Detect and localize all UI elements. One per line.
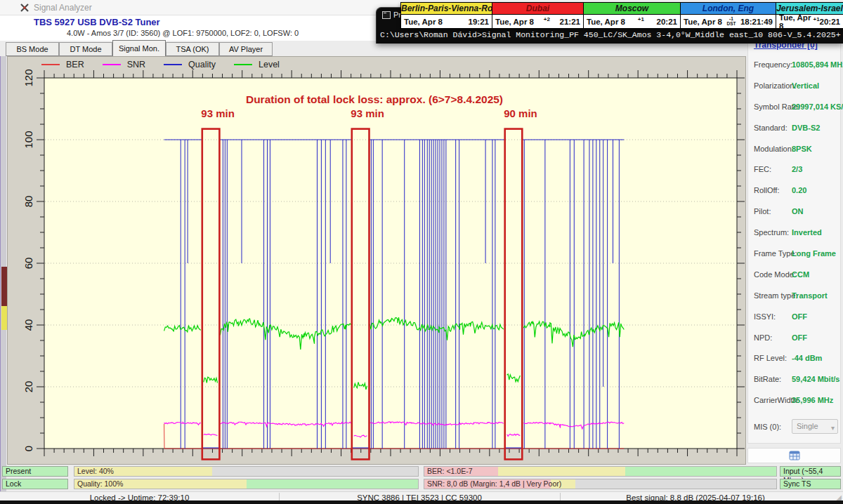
clock-column: MoscowTue, Apr 8+120:21 — [584, 3, 681, 28]
y-axis-label: 80 — [22, 196, 34, 208]
y-axis-label: 0 — [22, 446, 34, 451]
param-row: ISSYI:OFF — [748, 310, 842, 331]
snr-meter: SNR: 8,0 dB (Margin: 1,4 dB | Very Poor) — [424, 479, 777, 489]
background-window-edge-red — [1, 267, 7, 306]
mis-select[interactable]: Single ▾ — [792, 419, 838, 434]
background-window-edge — [0, 56, 6, 500]
param-row: RollOff:0.20 — [748, 184, 842, 205]
clock-date: Tue, Apr 8 — [404, 18, 443, 26]
clock-time: 20:21 — [657, 18, 677, 26]
param-row: FEC:2/3 — [748, 163, 842, 184]
y-axis-label: 40 — [22, 319, 34, 331]
parameter-rows: Frequency:10805,894 MHzPolarization:Vert… — [748, 58, 842, 415]
clock-time-row: Tue, Apr 8+120:21 — [776, 15, 843, 28]
param-label: Frame Type: — [754, 249, 797, 258]
param-row: RF Level:-44 dBm — [748, 352, 842, 373]
clock-date: Tue, Apr 8 — [684, 18, 722, 26]
clock-city-label: Berlin-Paris-Vienna-Roma — [401, 3, 492, 15]
clock-city-label: London, Eng — [681, 3, 776, 15]
param-value: 29997,014 KS/s — [792, 102, 843, 111]
clock-time: 20:21 — [820, 18, 840, 26]
clock-column: DubaiTue, Apr 8+221:21 — [492, 3, 584, 28]
param-label: Modulation: — [754, 145, 794, 153]
world-clock-widget: Berlin-Paris-Vienna-RomaTue, Apr 819:21D… — [400, 2, 843, 29]
param-value: ON — [792, 207, 804, 215]
tab-bs-mode[interactable]: BS Mode — [6, 42, 59, 56]
param-value: 8PSK — [792, 145, 812, 153]
param-value: 2/3 — [792, 165, 802, 173]
param-row: Frame Type:Long Frame — [748, 247, 842, 268]
param-row: Polarization:Vertical — [748, 79, 842, 100]
param-value: Inverted — [792, 228, 822, 237]
param-label: Standard: — [754, 124, 788, 132]
ber-meter: BER: <1.0E-7 — [424, 466, 777, 477]
clock-time-row: Tue, Apr 8-1DST18:21:49 — [681, 15, 776, 28]
clock-utc-offset: +1 — [813, 16, 819, 22]
mis-label: MIS (0): — [754, 423, 781, 431]
tab-tsa-ok-[interactable]: TSA (OK) — [166, 42, 219, 56]
sync-ts-badge: Sync TS — [780, 479, 841, 489]
lock-loss-annotation-title: Duration of total lock loss: approx. (6>… — [246, 93, 503, 106]
param-value: 10805,894 MHz — [792, 60, 843, 69]
input-bitrate-badge: Input (~55,4 Mbps) — [780, 466, 841, 477]
param-row: CarrierWidth:35,996 MHz — [748, 394, 842, 415]
clock-date: Tue, Apr 8 — [779, 13, 813, 30]
app-icon — [20, 4, 29, 12]
param-value: Vertical — [792, 81, 819, 90]
y-axis-label: 20 — [22, 381, 34, 393]
param-label: Pilot: — [754, 207, 771, 215]
param-label: Frequency: — [754, 60, 792, 69]
tab-strip: BS ModeDT ModeSignal Mon.TSA (OK)AV Play… — [6, 40, 301, 56]
param-value: 59,424 Mbit/s — [792, 375, 839, 383]
param-row: Symbol Rate:29997,014 KS/s — [748, 100, 842, 121]
param-row: Spectrum:Inverted — [748, 226, 842, 247]
tab-dt-mode[interactable]: DT Mode — [59, 42, 112, 56]
console-icon — [382, 11, 391, 19]
clock-utc-offset: +1 — [638, 16, 644, 22]
clock-column: Jerusalem-IsraelTue, Apr 8+120:21 — [776, 3, 843, 28]
param-value: CCM — [792, 270, 809, 279]
param-value: 0.20 — [792, 186, 806, 194]
tab-av-player[interactable]: AV Player — [219, 42, 273, 56]
param-label: Stream type: — [754, 291, 797, 300]
param-value: 35,996 MHz — [792, 396, 833, 404]
param-label: NPD: — [754, 333, 772, 342]
panel-action-button[interactable] — [747, 448, 841, 463]
param-value: -44 dBm — [792, 354, 822, 362]
param-label: ISSYI: — [754, 312, 776, 321]
param-value: DVB-S2 — [792, 124, 820, 132]
tab-signal-mon-[interactable]: Signal Mon. — [112, 40, 166, 56]
device-subtitle: 4.0W - Amos 3/7 (ID: 3560) @ LOF1: 97500… — [67, 29, 299, 37]
table-icon — [789, 451, 800, 460]
clock-time: 19:21 — [469, 18, 489, 26]
quality-meter: Quality: 100% — [74, 479, 419, 489]
clock-time-row: Tue, Apr 8+221:21 — [492, 15, 583, 28]
param-row: BitRate:59,424 Mbit/s — [748, 373, 842, 394]
present-badge: Present — [2, 466, 68, 477]
param-label: RF Level: — [754, 354, 787, 362]
mis-row: MIS (0): Single ▾ — [748, 419, 842, 436]
device-name: TBS 5927 USB DVB-S2 Tuner — [34, 17, 160, 27]
level-meter: Level: 40% — [74, 466, 419, 477]
screen-bottom-edge — [0, 500, 843, 504]
param-value: Transport — [792, 291, 828, 300]
lock-loss-duration-label: 93 min — [201, 107, 235, 119]
param-label: Code Mode: — [754, 270, 796, 279]
clock-date: Tue, Apr 8 — [587, 18, 625, 26]
param-row: NPD:OFF — [748, 331, 842, 352]
clock-date: Tue, Apr 8 — [495, 18, 534, 26]
lock-badge: Lock — [2, 479, 68, 489]
param-row: Stream type:Transport — [748, 289, 842, 310]
mis-selected-value: Single — [797, 422, 818, 430]
param-label: Polarization: — [754, 81, 797, 90]
clock-time-row: Tue, Apr 819:21 — [401, 15, 492, 28]
clock-utc-offset: +2 — [544, 16, 550, 22]
param-row: Standard:DVB-S2 — [748, 121, 842, 142]
y-axis-label: 100 — [22, 131, 34, 148]
param-label: BitRate: — [754, 375, 781, 383]
param-value: OFF — [792, 312, 807, 321]
param-row: Pilot:ON — [748, 205, 842, 226]
clock-utc-offset: -1DST — [726, 17, 736, 26]
clock-column: London, EngTue, Apr 8-1DST18:21:49 — [681, 3, 776, 28]
param-row: Modulation:8PSK — [748, 142, 842, 164]
